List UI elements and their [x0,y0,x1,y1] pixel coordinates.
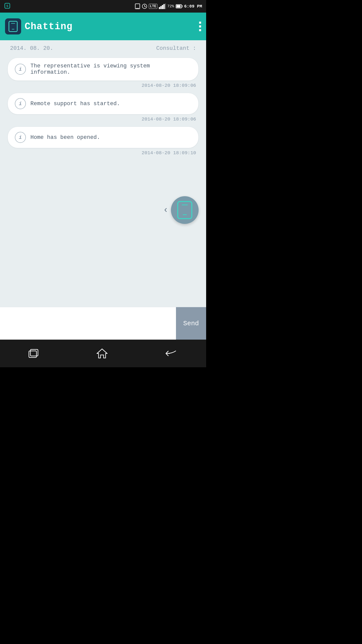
svg-rect-7 [159,7,160,9]
recents-button[interactable] [28,349,39,358]
info-icon-3: i [15,132,26,143]
status-bar: S LTE 72% 6:09 PM [0,0,206,13]
fab-button[interactable] [171,196,199,224]
svg-text:S: S [6,5,8,8]
svg-rect-10 [163,4,165,9]
timestamp-1: 2014-08-20 18:09:06 [8,83,199,88]
svg-rect-15 [30,349,38,356]
chat-bubble-1: i The representative is viewing system i… [8,58,199,81]
svg-rect-14 [29,351,36,357]
message-item: i The representative is viewing system i… [8,58,199,88]
svg-rect-8 [160,6,162,9]
fab-logo-icon [177,201,192,219]
chat-bubble-3: i Home has been opened. [8,127,199,148]
svg-rect-13 [176,5,180,8]
more-options-button[interactable] [199,22,201,31]
app-status-icon: S [4,3,11,10]
svg-marker-16 [97,349,107,358]
chat-date-row: 2014. 08. 20. Consultant : [8,45,199,52]
message-text-1: The representative is viewing system inf… [30,63,191,75]
status-icons: LTE 72% 6:09 PM [135,4,202,9]
app-logo [5,18,21,34]
battery-percent: 72% [167,4,174,9]
timestamp-3: 2014-08-20 18:09:10 [8,150,199,156]
home-button[interactable] [97,348,108,359]
svg-rect-3 [136,8,139,9]
chat-date: 2014. 08. 20. [10,45,53,52]
info-icon-1: i [15,64,26,75]
svg-line-6 [145,6,146,7]
timestamp-2: 2014-08-20 18:09:06 [8,116,199,122]
chat-bubble-2: i Remote support has started. [8,93,199,114]
message-input[interactable] [0,307,176,340]
info-icon-2: i [15,98,26,109]
logo-phone-icon [9,21,18,32]
message-item: i Remote support has started. 2014-08-20… [8,93,199,122]
input-area: Send [0,307,206,340]
collapse-button[interactable]: ‹ [163,205,168,215]
svg-rect-11 [165,4,166,9]
floating-action-area: ‹ [163,196,199,224]
chat-area: 2014. 08. 20. Consultant : i The represe… [0,40,206,307]
clock-time: 6:09 PM [184,4,202,9]
send-button[interactable]: Send [176,307,206,340]
app-header: Chatting [0,13,206,40]
message-item: i Home has been opened. 2014-08-20 18:09… [8,127,199,156]
message-text-3: Home has been opened. [30,134,100,141]
nav-bar [0,340,206,367]
back-button[interactable] [165,349,178,358]
message-text-2: Remote support has started. [30,101,120,107]
svg-rect-9 [162,5,163,9]
consultant-label: Consultant : [156,45,196,52]
page-title: Chatting [25,21,72,32]
lte-label: LTE [149,4,157,9]
